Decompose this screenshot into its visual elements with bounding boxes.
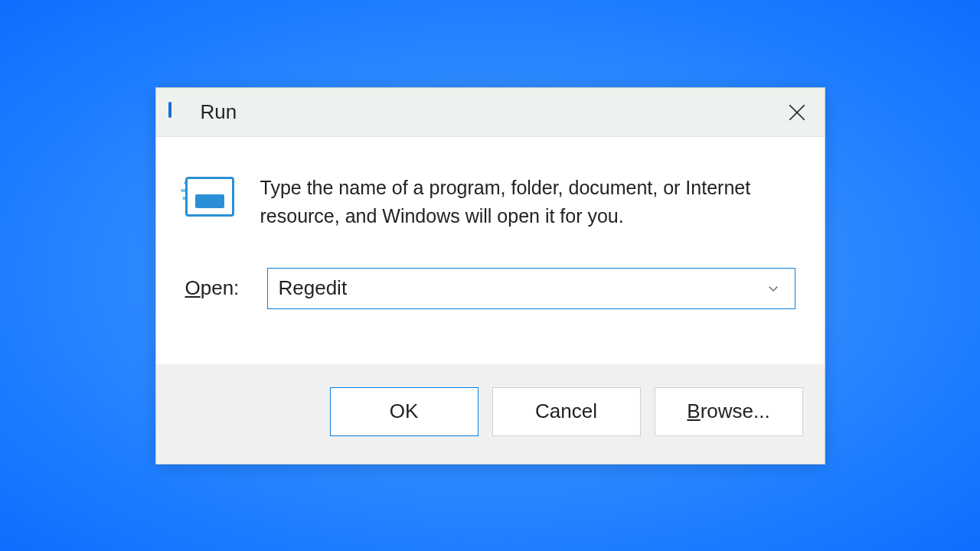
description-row: Type the name of a program, folder, docu… <box>185 174 795 231</box>
dialog-title: Run <box>201 100 237 124</box>
dialog-footer: OK Cancel Browse... <box>156 364 825 464</box>
close-button[interactable] <box>779 94 815 131</box>
browse-button[interactable]: Browse... <box>655 387 803 436</box>
description-text: Type the name of a program, folder, docu… <box>260 174 795 231</box>
close-icon <box>787 103 807 122</box>
open-row: Open: <box>185 268 795 309</box>
run-titlebar-icon <box>168 103 190 120</box>
run-dialog: Run Type the name of a program, folder, … <box>155 87 825 465</box>
titlebar: Run <box>156 88 825 137</box>
ok-button[interactable]: OK <box>330 387 479 436</box>
open-combobox[interactable] <box>267 268 795 309</box>
ok-button-label: OK <box>390 399 419 423</box>
browse-button-label: Browse... <box>687 399 769 423</box>
cancel-button[interactable]: Cancel <box>492 387 641 436</box>
combobox-dropdown-button[interactable] <box>763 278 784 299</box>
open-label: Open: <box>185 276 250 300</box>
open-input[interactable] <box>279 276 763 300</box>
run-app-icon <box>185 177 239 221</box>
dialog-content: Type the name of a program, folder, docu… <box>156 137 825 364</box>
cancel-button-label: Cancel <box>535 399 597 423</box>
chevron-down-icon <box>766 282 780 295</box>
